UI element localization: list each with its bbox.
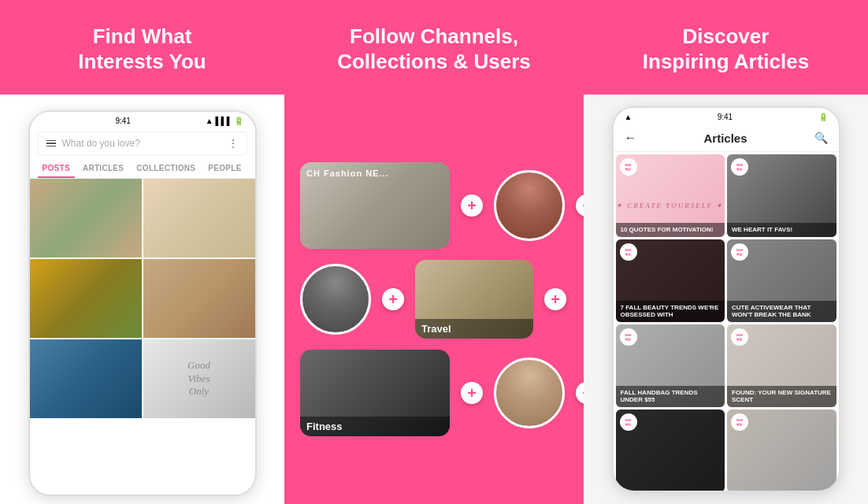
- grid-cell-4[interactable]: [143, 259, 255, 338]
- status-time-1: 9:41: [115, 117, 130, 125]
- logo-text-3: we♥it: [625, 247, 631, 257]
- channel-row-3: Fitness + +: [300, 350, 568, 436]
- battery-icon: 🔋: [818, 113, 828, 121]
- fashion-plus-button[interactable]: +: [461, 195, 483, 217]
- girl3-plus-button[interactable]: +: [576, 382, 584, 404]
- article-overlay-2: WE HEART IT FAVS!: [727, 223, 836, 237]
- panel2-title: Follow Channels, Collections & Users: [337, 24, 531, 75]
- girl-circle-3[interactable]: [494, 358, 565, 428]
- fashion-label: CH Fashion NE...: [306, 169, 389, 178]
- articles-phone-mockup: ▲ 9:41 🔋 ← Articles 🔍 we♥it ✦ CREATE YOU…: [612, 106, 840, 492]
- article-card-scent[interactable]: we♥it FOUND: YOUR NEW SIGNATURE SCENT: [727, 324, 836, 407]
- girl-circle-plus-button[interactable]: +: [576, 195, 584, 217]
- travel-plus-button[interactable]: +: [544, 288, 566, 310]
- we-heart-it-logo-2: we♥it: [731, 158, 748, 176]
- article-overlay-3: 7 FALL BEAUTY TRENDS WE'RE OBSESSED WITH: [616, 301, 725, 322]
- search-placeholder: What do you love?: [62, 138, 221, 149]
- article-card-extra1[interactable]: we♥it: [616, 410, 725, 491]
- good-vibes-text: GoodVibesOnly: [143, 339, 255, 418]
- logo-text: we♥it: [625, 162, 631, 172]
- article-overlay-5: FALL HANDBAG TRENDS UNDER $55: [616, 386, 725, 407]
- status-time-3: 9:41: [718, 113, 733, 121]
- we-heart-it-logo-4: we♥it: [731, 243, 748, 261]
- we-heart-it-logo-1: we♥it: [620, 158, 637, 176]
- search-bar[interactable]: What do you love? ⋮: [38, 132, 247, 155]
- article-card-activewear[interactable]: we♥it CUTE ACTIVEWEAR THAT WON'T BREAK T…: [727, 239, 836, 322]
- grid-cell-5[interactable]: [30, 339, 142, 418]
- article-text-6: FOUND: YOUR NEW SIGNATURE SCENT: [732, 389, 832, 404]
- logo-text-8: we♥it: [736, 417, 743, 427]
- back-button[interactable]: ←: [625, 131, 637, 145]
- grid-cell-6[interactable]: GoodVibesOnly: [143, 339, 255, 418]
- girl-circle-1[interactable]: [494, 170, 565, 241]
- article-text-2: WE HEART IT FAVS!: [732, 226, 832, 234]
- logo-text-2: we♥it: [736, 162, 743, 172]
- panel3-header: Discover Inspiring Articles: [584, 0, 868, 94]
- search-icon[interactable]: 🔍: [814, 132, 828, 144]
- status-bar-3: ▲ 9:41 🔋: [614, 108, 839, 124]
- logo-text-5: we♥it: [625, 332, 631, 342]
- articles-nav: ← Articles 🔍: [614, 124, 839, 152]
- fitness-label: Fitness: [300, 417, 450, 436]
- article-card-extra2[interactable]: we♥it: [727, 410, 836, 491]
- hamburger-icon[interactable]: [46, 140, 56, 147]
- girl-circle-2[interactable]: [300, 264, 371, 335]
- article-overlay-6: FOUND: YOUR NEW SIGNATURE SCENT: [727, 386, 836, 407]
- channel-row-1: CH Fashion NE... + +: [300, 162, 568, 249]
- logo-text-7: we♥it: [625, 417, 631, 427]
- we-heart-it-logo-3: we♥it: [620, 243, 637, 261]
- fitness-plus-button[interactable]: +: [461, 382, 483, 404]
- logo-text-4: we♥it: [736, 247, 743, 257]
- dots-menu[interactable]: ⋮: [228, 137, 239, 150]
- panel-find-interests: Find What Interests You 9:41 ▲ ▌▌▌ 🔋 Wha…: [0, 0, 284, 504]
- panel1-title: Find What Interests You: [78, 24, 206, 75]
- article-overlay-4: CUTE ACTIVEWEAR THAT WON'T BREAK THE BAN…: [727, 301, 836, 322]
- tab-articles[interactable]: ARTICLES: [78, 160, 128, 178]
- article-text-5: FALL HANDBAG TRENDS UNDER $55: [621, 389, 721, 404]
- channels-container: CH Fashion NE... + + + Travel: [300, 162, 568, 436]
- grid-cell-2[interactable]: [143, 179, 255, 258]
- status-icons: ▲ ▌▌▌ 🔋: [206, 117, 244, 125]
- tab-people[interactable]: PEOPLE: [203, 160, 246, 178]
- grid-cell-3[interactable]: [30, 259, 142, 338]
- panel-discover-articles: Discover Inspiring Articles ▲ 9:41 🔋 ← A…: [584, 0, 868, 504]
- channel-row-2: + Travel +: [300, 260, 568, 339]
- travel-channel-card[interactable]: Travel: [415, 260, 533, 339]
- fashion-channel-card[interactable]: CH Fashion NE...: [300, 162, 450, 249]
- phone-mockup-1: 9:41 ▲ ▌▌▌ 🔋 What do you love? ⋮ POSTS A…: [28, 110, 257, 496]
- tab-collections[interactable]: COLLECTIONS: [132, 160, 200, 178]
- we-heart-it-logo-5: we♥it: [620, 328, 637, 346]
- panel2-header: Follow Channels, Collections & Users: [284, 0, 584, 94]
- panel3-body: ▲ 9:41 🔋 ← Articles 🔍 we♥it ✦ CREATE YOU…: [584, 94, 868, 504]
- article-text-1: 10 QUOTES FOR MOTIVATION!: [621, 226, 721, 234]
- wifi-icon: ▲: [625, 113, 632, 121]
- article-text-3: 7 FALL BEAUTY TRENDS WE'RE OBSESSED WITH: [621, 304, 721, 319]
- article-card-beauty[interactable]: we♥it 7 FALL BEAUTY TRENDS WE'RE OBSESSE…: [616, 239, 725, 322]
- panel3-title: Discover Inspiring Articles: [643, 24, 809, 75]
- article-card-handbag[interactable]: we♥it FALL HANDBAG TRENDS UNDER $55: [616, 324, 725, 407]
- post-grid: GoodVibesOnly: [30, 179, 255, 495]
- logo-text-6: we♥it: [736, 332, 743, 342]
- panel-follow-channels: Follow Channels, Collections & Users CH …: [284, 0, 584, 504]
- articles-nav-title: Articles: [703, 132, 747, 145]
- panel1-header: Find What Interests You: [0, 0, 284, 94]
- article-card-create[interactable]: we♥it ✦ CREATE YOURSELF ✦ 10 QUOTES FOR …: [616, 154, 725, 237]
- we-heart-it-logo-7: we♥it: [620, 413, 637, 431]
- grid-cell-1[interactable]: [30, 179, 142, 258]
- tab-bar: POSTS ARTICLES COLLECTIONS PEOPLE: [30, 160, 255, 179]
- we-heart-it-logo-6: we♥it: [731, 328, 748, 346]
- panel2-body: CH Fashion NE... + + + Travel: [284, 94, 584, 504]
- travel-label: Travel: [415, 319, 533, 339]
- status-bar-1: 9:41 ▲ ▌▌▌ 🔋: [30, 112, 255, 128]
- fitness-channel-card[interactable]: Fitness: [300, 350, 450, 436]
- mountains-plus-button[interactable]: +: [382, 288, 404, 310]
- we-heart-it-logo-8: we♥it: [731, 413, 748, 431]
- panel1-body: 9:41 ▲ ▌▌▌ 🔋 What do you love? ⋮ POSTS A…: [0, 94, 284, 504]
- article-text-4: CUTE ACTIVEWEAR THAT WON'T BREAK THE BAN…: [732, 304, 832, 319]
- tab-posts[interactable]: POSTS: [38, 160, 75, 178]
- article-overlay-1: 10 QUOTES FOR MOTIVATION!: [616, 223, 725, 237]
- article-card-favs[interactable]: we♥it WE HEART IT FAVS!: [727, 154, 836, 237]
- articles-grid: we♥it ✦ CREATE YOURSELF ✦ 10 QUOTES FOR …: [614, 152, 839, 491]
